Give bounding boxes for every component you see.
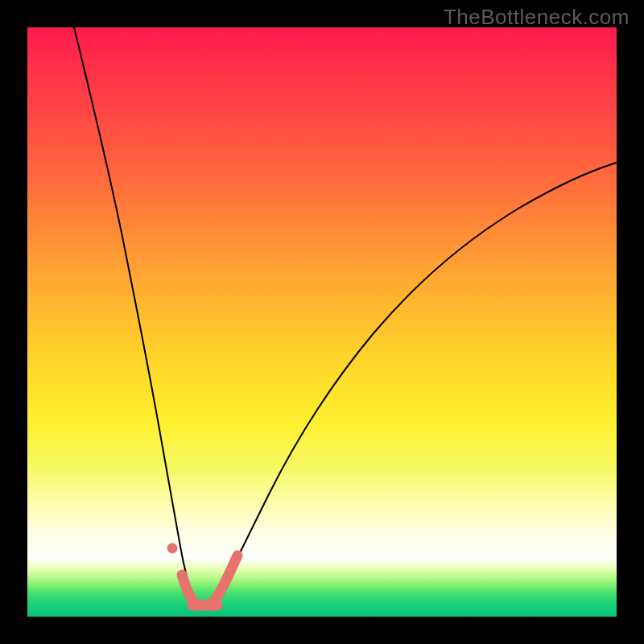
- plot-area: [27, 27, 617, 617]
- highlight-right-segment: [206, 555, 237, 605]
- curve-layer: [27, 27, 617, 617]
- chart-frame: TheBottleneck.com: [0, 0, 644, 644]
- curve-right-branch: [204, 163, 617, 605]
- highlight-dot: [167, 543, 178, 554]
- curve-left-branch: [74, 27, 204, 605]
- watermark-text: TheBottleneck.com: [444, 5, 630, 30]
